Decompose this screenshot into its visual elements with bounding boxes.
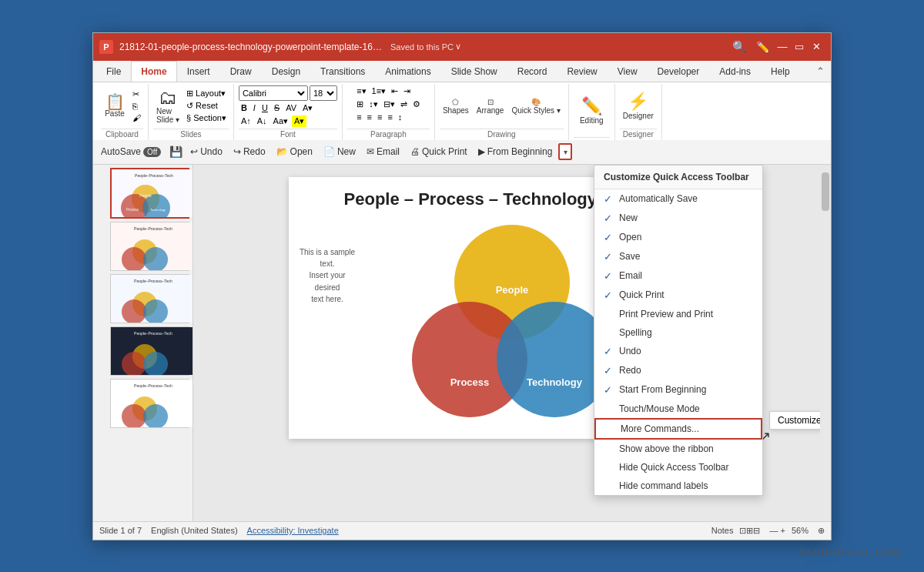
close-button[interactable]: ✕ bbox=[808, 38, 825, 55]
menu-item-undo[interactable]: ✓ Undo bbox=[594, 342, 762, 361]
tab-slideshow[interactable]: Slide Show bbox=[441, 61, 507, 82]
email-button[interactable]: ✉ Email bbox=[362, 144, 404, 159]
cut-button[interactable]: ✂ bbox=[130, 89, 143, 100]
slide-info: Slide 1 of 7 bbox=[99, 526, 142, 535]
menu-item-redo[interactable]: ✓ Redo bbox=[594, 361, 762, 380]
menu-item-hidelabels[interactable]: Hide command labels bbox=[594, 477, 762, 495]
menu-item-morecommands[interactable]: More Commands... bbox=[594, 418, 762, 440]
tab-insert[interactable]: Insert bbox=[177, 61, 220, 82]
increase-indent-button[interactable]: ⇥ bbox=[401, 85, 413, 97]
pen-button[interactable]: ✏️ bbox=[752, 41, 774, 53]
menu-item-open[interactable]: ✓ Open bbox=[594, 228, 762, 247]
fontcolor-button[interactable]: A▾ bbox=[300, 102, 315, 114]
textdirection-button[interactable]: ↕▾ bbox=[367, 99, 380, 110]
collapse-ribbon-button[interactable]: ⌃ bbox=[813, 65, 828, 77]
fit-slide-button[interactable]: ⊕ bbox=[818, 526, 825, 536]
tab-transitions[interactable]: Transitions bbox=[310, 61, 375, 82]
tab-home[interactable]: Home bbox=[131, 61, 176, 82]
autosave-toggle[interactable]: AutoSave Off bbox=[96, 144, 166, 159]
tab-file[interactable]: File bbox=[96, 61, 131, 82]
numbering-button[interactable]: 1≡▾ bbox=[370, 85, 389, 97]
bold-button[interactable]: B bbox=[239, 102, 249, 113]
tab-draw[interactable]: Draw bbox=[220, 61, 262, 82]
reset-button[interactable]: ↺ Reset bbox=[184, 100, 229, 112]
convert-button[interactable]: ⇌ bbox=[398, 99, 410, 110]
menu-item-autosave[interactable]: ✓ Automatically Save bbox=[594, 189, 762, 209]
slide-thumb-1[interactable]: 1 People–Process–Tech People Process Tec… bbox=[96, 168, 189, 219]
language: English (United States) bbox=[151, 526, 238, 535]
check-open: ✓ bbox=[604, 232, 614, 243]
scrollbar-vertical[interactable] bbox=[820, 165, 831, 503]
font-size-select[interactable]: 18 bbox=[310, 85, 337, 101]
copy-button[interactable]: ⎘ bbox=[130, 101, 143, 112]
menu-item-email[interactable]: ✓ Email bbox=[594, 266, 762, 286]
layout-button[interactable]: ⊞ Layout▾ bbox=[184, 88, 229, 99]
menu-item-printpreview[interactable]: Print Preview and Print bbox=[594, 305, 762, 323]
open-button[interactable]: 📂 Open bbox=[272, 144, 317, 159]
quick-styles-button[interactable]: 🎨 Quick Styles ▾ bbox=[508, 96, 563, 116]
menu-item-quickprint[interactable]: ✓ Quick Print bbox=[594, 286, 762, 305]
font-family-select[interactable]: Calibri bbox=[239, 85, 308, 101]
save-button[interactable]: 💾 bbox=[167, 143, 184, 160]
tab-developer[interactable]: Developer bbox=[648, 61, 710, 82]
bullets-button[interactable]: ≡▾ bbox=[354, 85, 368, 97]
slides-label: Slides bbox=[153, 129, 229, 139]
restore-button[interactable]: ▭ bbox=[791, 38, 808, 55]
smartart-button[interactable]: ⚙ bbox=[410, 99, 423, 110]
new-slide-button[interactable]: 🗂 NewSlide ▾ bbox=[153, 87, 182, 125]
customize-quick-access-dropdown[interactable]: ▾ bbox=[558, 143, 572, 160]
align-right-button[interactable]: ≡ bbox=[375, 112, 384, 122]
search-button[interactable]: 🔍 bbox=[728, 40, 752, 54]
quick-print-button[interactable]: 🖨 Quick Print bbox=[406, 144, 472, 159]
editing-button[interactable]: ✏️ Editing bbox=[577, 95, 607, 126]
scroll-thumb[interactable] bbox=[822, 172, 829, 211]
menu-item-new[interactable]: ✓ New bbox=[594, 209, 762, 228]
minimize-button[interactable]: — bbox=[774, 38, 791, 55]
redo-button[interactable]: ↪ Redo bbox=[229, 144, 270, 159]
fontsize-decrease-button[interactable]: A↓ bbox=[255, 115, 270, 126]
charspace-button[interactable]: AV bbox=[283, 102, 299, 113]
shapes-button[interactable]: ⬠ Shapes bbox=[440, 96, 472, 116]
decrease-indent-button[interactable]: ⇤ bbox=[389, 85, 400, 97]
underline-button[interactable]: U bbox=[259, 102, 270, 113]
designer-button[interactable]: ⚡ Designer bbox=[620, 90, 657, 122]
slide-thumb-2[interactable]: 2 People–Process–Tech bbox=[96, 222, 189, 271]
new-button[interactable]: 📄 New bbox=[319, 144, 360, 159]
italic-button[interactable]: I bbox=[251, 102, 258, 113]
slide-thumb-3[interactable]: 3 People–Process–Tech bbox=[96, 274, 189, 323]
tab-addins[interactable]: Add-ins bbox=[709, 61, 761, 82]
paste-button[interactable]: 📋 Paste bbox=[101, 92, 129, 119]
align-left-button[interactable]: ≡ bbox=[354, 112, 363, 122]
tab-animations[interactable]: Animations bbox=[375, 61, 440, 82]
align-button[interactable]: ⊟▾ bbox=[381, 99, 397, 110]
slide-thumb-4[interactable]: 4 People–Process–Tech bbox=[96, 326, 189, 376]
justify-button[interactable]: ≡ bbox=[385, 112, 394, 122]
highlight-button[interactable]: A▾ bbox=[292, 115, 306, 127]
dropdown-chevron: ▾ bbox=[564, 148, 567, 156]
fontsize-increase-button[interactable]: A↑ bbox=[239, 115, 253, 126]
cols-button[interactable]: ⊞ bbox=[354, 99, 366, 110]
undo-button[interactable]: ↩ Undo bbox=[186, 144, 227, 159]
notes-button[interactable]: Notes bbox=[711, 526, 734, 535]
slide-thumb-5[interactable]: 5 People–Process–Tech bbox=[96, 379, 189, 428]
menu-item-hide[interactable]: Hide Quick Access Toolbar bbox=[594, 458, 762, 477]
strikethrough-button[interactable]: S bbox=[272, 102, 282, 113]
tab-design[interactable]: Design bbox=[262, 61, 310, 82]
menu-item-touchmode[interactable]: Touch/Mouse Mode bbox=[594, 400, 762, 418]
from-beginning-button[interactable]: ▶ From Beginning bbox=[474, 144, 557, 159]
menu-item-spelling[interactable]: Spelling bbox=[594, 323, 762, 342]
textformat-button[interactable]: Aa▾ bbox=[271, 115, 290, 127]
menu-item-showabove[interactable]: Show above the ribbon bbox=[594, 440, 762, 458]
menu-item-save[interactable]: ✓ Save bbox=[594, 247, 762, 266]
menu-item-startfrombeginning[interactable]: ✓ Start From Beginning bbox=[594, 380, 762, 400]
accessibility[interactable]: Accessibility: Investigate bbox=[247, 526, 339, 535]
section-button[interactable]: § Section▾ bbox=[184, 112, 229, 124]
tab-help[interactable]: Help bbox=[761, 61, 800, 82]
tab-review[interactable]: Review bbox=[557, 61, 607, 82]
tab-view[interactable]: View bbox=[608, 61, 648, 82]
tab-record[interactable]: Record bbox=[507, 61, 557, 82]
linespacing-button[interactable]: ↕ bbox=[396, 112, 405, 122]
format-painter-button[interactable]: 🖌 bbox=[130, 112, 143, 123]
align-center-button[interactable]: ≡ bbox=[365, 112, 374, 122]
arrange-button[interactable]: ⊡ Arrange bbox=[474, 96, 507, 116]
